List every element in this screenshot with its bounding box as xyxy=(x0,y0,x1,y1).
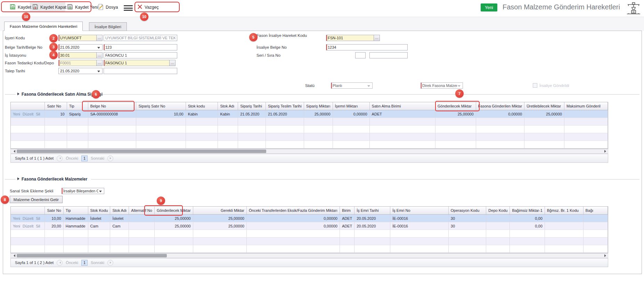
column-header[interactable]: Bağı xyxy=(583,207,608,215)
column-header[interactable]: Bağimsiz Miktar-1 xyxy=(510,207,545,215)
talep-tarihi-datepicker[interactable]: 21.05.2020 xyxy=(58,68,103,74)
tab-fason-malzeme[interactable]: Fason Malzeme Gönderim Hareketleri xyxy=(4,22,83,31)
scroll-left-icon[interactable] xyxy=(11,254,16,257)
belge-tarihi-datepicker[interactable]: 21.05.2020 xyxy=(58,44,103,50)
hareket-kodu-lookup-button[interactable]: … xyxy=(374,35,380,41)
cell xyxy=(67,133,88,141)
row-action-0[interactable]: Yeni xyxy=(13,216,20,221)
column-header[interactable]: Fasona Gönderilen Miktar xyxy=(476,102,524,110)
column-header[interactable]: Sipariş Tarihi xyxy=(238,102,266,110)
fason-tedarikci-kodu-input[interactable] xyxy=(58,60,97,66)
section-expand-icon[interactable] xyxy=(17,177,21,180)
fason-irsaliye-hareket-kodu-input[interactable] xyxy=(326,35,374,41)
isyeri-adi-input[interactable] xyxy=(104,35,177,41)
cell xyxy=(238,141,266,149)
column-header[interactable]: Stok kodu xyxy=(186,102,218,110)
file-button[interactable]: Dosya xyxy=(98,3,118,12)
cell xyxy=(238,118,266,126)
column-header[interactable]: Belge No xyxy=(88,102,136,110)
column-header[interactable] xyxy=(11,207,45,215)
column-header[interactable]: Depo Kodu xyxy=(486,207,510,215)
callout-2: 2 xyxy=(49,34,58,42)
column-header[interactable]: Sipariş Satır No xyxy=(136,102,186,110)
scroll-right-icon[interactable] xyxy=(603,150,608,153)
statu-select[interactable]: Planlı xyxy=(331,82,373,89)
pager-next-icon[interactable] xyxy=(107,260,113,266)
is-istasyonu-input[interactable] xyxy=(58,52,97,58)
pager-next[interactable]: Sonraki xyxy=(91,261,104,265)
row-action-1[interactable]: Düzelt xyxy=(23,216,33,221)
row-action-2[interactable]: Sil xyxy=(36,112,40,116)
cell: Kabin xyxy=(218,110,238,118)
column-header[interactable]: Sipariş Teslim Tarihi xyxy=(266,102,304,110)
fason-depo-input[interactable] xyxy=(104,60,170,66)
irsaliye-gonderildi-checkbox[interactable] xyxy=(533,83,537,88)
column-header[interactable]: Gönderilecek Miktar xyxy=(435,102,476,110)
save-new-button[interactable]: Kaydet Yeni xyxy=(67,3,98,12)
column-header[interactable]: Satın Alma Birimi xyxy=(369,102,435,110)
column-header[interactable]: Satır No xyxy=(45,207,63,215)
column-header[interactable]: Gönderilecek Miktar xyxy=(154,207,193,215)
dropdown-arrow-icon xyxy=(99,191,102,194)
scrollbar-thumb[interactable] xyxy=(17,254,167,257)
save-button[interactable]: Kaydet xyxy=(10,3,31,12)
column-header[interactable]: İş Emri Tarihi xyxy=(354,207,390,215)
section-expand-icon[interactable] xyxy=(17,93,21,95)
cancel-button[interactable]: Vazgeç xyxy=(137,3,159,12)
cell xyxy=(266,133,304,141)
column-header[interactable]: Bğmsz. Br. 1 Kodu xyxy=(545,207,583,215)
column-header[interactable]: Stok Adı xyxy=(110,207,129,215)
scrollbar-thumb[interactable] xyxy=(17,150,266,153)
callout-6: 6 xyxy=(92,90,100,98)
talep-no-input[interactable] xyxy=(104,68,177,74)
malzeme-onerileri-getir-button[interactable]: Malzeme Önerilerini Getir xyxy=(10,196,63,203)
is-istasyonu-lookup-button[interactable]: … xyxy=(97,52,103,58)
row-action-0[interactable]: Yeni xyxy=(13,112,20,116)
scroll-left-icon[interactable] xyxy=(11,150,16,153)
sanal-stok-select[interactable]: İrsaliye Bileşenden Ol xyxy=(62,188,104,194)
row-action-1[interactable]: Düzelt xyxy=(23,112,33,116)
is-istasyonu-adi-input[interactable] xyxy=(104,52,177,58)
fason-tipi-select[interactable]: Direk Fasona Malzeme xyxy=(421,82,463,89)
pager-prev-icon[interactable] xyxy=(57,155,63,161)
fason-depo-lookup-button[interactable]: … xyxy=(170,60,176,66)
pager-next[interactable]: Sonraki xyxy=(91,156,104,160)
column-header[interactable]: Birim xyxy=(340,207,354,215)
column-header[interactable]: Alternatif No xyxy=(129,207,155,215)
column-header[interactable]: Önceki Transferlerden Eksik/Fazla Gönder… xyxy=(246,207,340,215)
column-header[interactable]: Operasyon Kodu xyxy=(448,207,486,215)
pager-prev-icon[interactable] xyxy=(57,260,63,266)
pager-prev[interactable]: Önceki xyxy=(66,261,78,265)
column-header[interactable]: Üretilebilecek Miktar xyxy=(524,102,564,110)
tab-irsaliye-bilgileri[interactable]: İrsaliye Bilgileri xyxy=(89,22,127,31)
fason-tedarikci-lookup-button[interactable]: … xyxy=(97,60,103,66)
scroll-right-icon[interactable] xyxy=(603,254,608,257)
isyeri-kodu-lookup-button[interactable]: … xyxy=(97,35,103,41)
column-header[interactable]: Stok Kodu xyxy=(88,207,110,215)
column-header[interactable]: Sipariş Miktarı xyxy=(304,102,333,110)
column-header[interactable] xyxy=(11,102,45,110)
sira-no-input[interactable] xyxy=(369,52,408,58)
column-header[interactable]: Tip xyxy=(67,102,88,110)
isyeri-kodu-input[interactable] xyxy=(58,35,97,41)
column-header[interactable]: Stok Adı xyxy=(218,102,238,110)
row-action-2[interactable]: Sil xyxy=(36,216,40,221)
column-header[interactable]: Gerekli Miktar xyxy=(193,207,246,215)
column-header[interactable]: Maksimum Gönderil xyxy=(564,102,608,110)
column-header[interactable]: İş Emri No xyxy=(390,207,449,215)
save-close-button[interactable]: Kaydet Kapat xyxy=(32,3,66,12)
pager-prev[interactable]: Önceki xyxy=(66,156,78,160)
row-action-2[interactable]: Sil xyxy=(36,224,40,228)
belge-no-input[interactable] xyxy=(104,44,177,50)
seri-input[interactable] xyxy=(355,52,366,58)
row-action-0[interactable]: Yeni xyxy=(13,224,20,228)
menu-hamburger-icon[interactable] xyxy=(124,5,133,11)
column-header[interactable]: Tip xyxy=(63,207,88,215)
pager-next-icon[interactable] xyxy=(107,155,113,161)
pager-page-1[interactable]: 1 xyxy=(81,260,88,266)
row-action-1[interactable]: Düzelt xyxy=(23,224,33,228)
column-header[interactable]: Satır No xyxy=(45,102,67,110)
pager-page-1[interactable]: 1 xyxy=(81,155,88,161)
irsaliye-belge-no-input[interactable] xyxy=(326,44,408,50)
column-header[interactable]: İşemri Miktarı xyxy=(333,102,369,110)
